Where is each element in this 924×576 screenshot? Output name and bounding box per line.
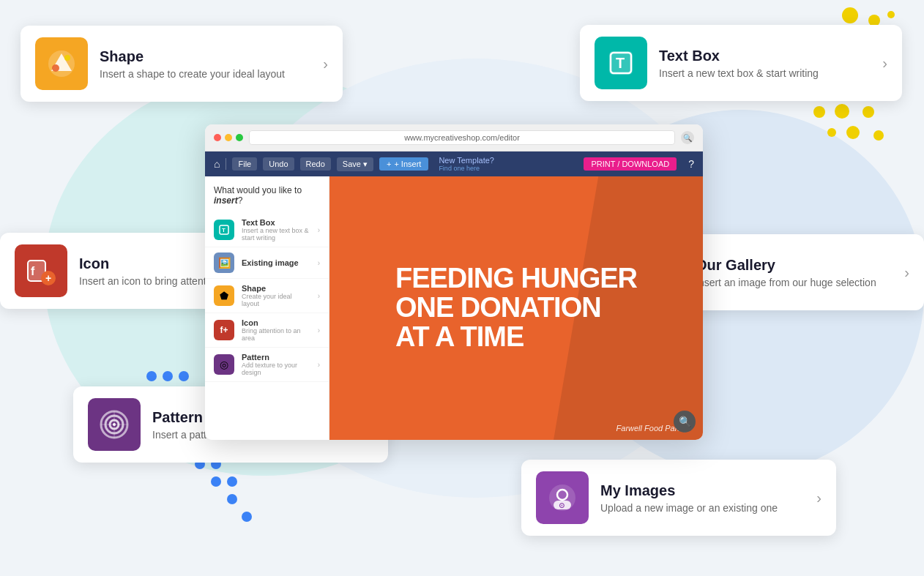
file-button[interactable]: File (232, 157, 257, 171)
sidebar-icon-text: Icon Bring attention to an area (242, 318, 310, 342)
svg-text:+: + (45, 272, 51, 284)
help-icon[interactable]: ? (688, 158, 694, 170)
find-one-link[interactable]: Find one here (439, 165, 494, 172)
banner-line1: FEEDING HUNGER (395, 264, 637, 293)
sidebar-item-icon[interactable]: f+ Icon Bring attention to an area › (205, 313, 329, 348)
home-icon[interactable]: ⌂ (214, 158, 220, 170)
textbox-card-arrow: › (882, 55, 887, 72)
gallery-card-desc: Insert an image from our huge selection (696, 277, 893, 288)
svg-text:T: T (222, 227, 226, 233)
sidebar-pattern-arrow: › (318, 361, 320, 369)
sidebar-image-text: Existing image (242, 258, 310, 267)
save-button[interactable]: Save ▾ (337, 157, 373, 171)
browser-bar: www.mycreativeshop.com/editor 🔍 (205, 124, 703, 152)
svg-point-5 (64, 55, 70, 61)
textbox-card-icon: T (595, 37, 647, 89)
browser-minimize-dot (225, 134, 232, 141)
banner-line2: ONE DONATION (395, 293, 637, 323)
textbox-card-content: Text Box Insert a new text box & start w… (659, 48, 871, 79)
svg-text:T: T (616, 55, 625, 71)
sidebar-textbox-text: Text Box Insert a new text box & start w… (242, 218, 310, 242)
insert-plus: + (387, 160, 391, 168)
sidebar-item-image[interactable]: 🖼️ Existing image › (205, 247, 329, 279)
svg-text:⊙: ⊙ (559, 501, 565, 509)
insert-label: + Insert (394, 160, 421, 168)
shape-card[interactable]: Shape Insert a shape to create your idea… (21, 26, 343, 102)
svg-point-4 (52, 64, 59, 72)
shape-card-icon (35, 37, 88, 90)
editor-insert-sidebar: What would you like to insert? T Text Bo… (205, 176, 329, 440)
sidebar-question: What would you like to insert? (205, 185, 329, 213)
browser-url-bar[interactable]: www.mycreativeshop.com/editor (249, 130, 675, 145)
icon-card-icon: f + (15, 244, 67, 297)
myimages-card-arrow: › (816, 490, 821, 506)
banner-main-text: FEEDING HUNGER ONE DONATION AT A TIME (381, 250, 652, 367)
pattern-card-icon (88, 398, 141, 451)
redo-button[interactable]: Redo (300, 157, 331, 171)
sidebar-textbox-arrow: › (318, 226, 320, 234)
gallery-card-title: Our Gallery (696, 257, 893, 274)
new-template-label: New Template? (439, 156, 494, 165)
editor-content-area: What would you like to insert? T Text Bo… (205, 176, 703, 440)
browser-traffic-lights (214, 134, 243, 141)
sidebar-icon-arrow: › (318, 326, 320, 334)
myimages-card-desc: Upload a new image or an existing one (600, 502, 805, 514)
shape-card-content: Shape Insert a shape to create your idea… (100, 48, 311, 80)
browser-search-icon: 🔍 (681, 131, 694, 144)
zoom-button[interactable]: 🔍 (674, 411, 696, 433)
sidebar-shape-arrow: › (318, 292, 320, 300)
sidebar-pattern-icon: ◎ (214, 354, 234, 375)
browser-mockup: www.mycreativeshop.com/editor 🔍 ⌂ File U… (205, 124, 703, 440)
sidebar-image-arrow: › (318, 259, 320, 267)
myimages-card-content: My Images Upload a new image or an exist… (600, 482, 805, 514)
sidebar-item-pattern[interactable]: ◎ Pattern Add texture to your design › (205, 348, 329, 382)
gallery-card-arrow: › (904, 264, 909, 281)
textbox-card[interactable]: T Text Box Insert a new text box & start… (580, 25, 902, 101)
svg-text:f: f (31, 265, 35, 277)
shape-card-arrow: › (323, 56, 328, 72)
sidebar-shape-icon: ⬟ (214, 285, 234, 306)
sidebar-shape-text: Shape Create your ideal layout (242, 284, 310, 307)
gallery-card-content: Our Gallery Insert an image from our hug… (696, 257, 893, 288)
print-download-button[interactable]: PRINT / DOWNLOAD (584, 157, 677, 171)
shape-card-desc: Insert a shape to create your ideal layo… (100, 68, 311, 80)
toolbar-separator (226, 158, 226, 170)
sidebar-image-icon: 🖼️ (214, 253, 234, 273)
textbox-card-title: Text Box (659, 48, 871, 64)
undo-button[interactable]: Undo (263, 157, 294, 171)
shape-card-title: Shape (100, 48, 311, 65)
sidebar-item-textbox[interactable]: T Text Box Insert a new text box & start… (205, 213, 329, 247)
new-template-area: New Template? Find one here (439, 156, 494, 172)
browser-close-dot (214, 134, 221, 141)
myimages-card[interactable]: ⊙ My Images Upload a new image or an exi… (521, 460, 836, 536)
myimages-card-title: My Images (600, 482, 805, 499)
browser-maximize-dot (236, 134, 243, 141)
editor-banner-preview: FEEDING HUNGER ONE DONATION AT A TIME Fa… (329, 176, 703, 440)
textbox-card-desc: Insert a new text box & start writing (659, 67, 871, 79)
sidebar-item-shape[interactable]: ⬟ Shape Create your ideal layout › (205, 279, 329, 313)
myimages-card-icon: ⊙ (536, 471, 589, 524)
sidebar-pattern-text: Pattern Add texture to your design (242, 353, 310, 376)
insert-button[interactable]: + + Insert (379, 157, 428, 171)
sidebar-icon-icon: f+ (214, 320, 234, 340)
editor-toolbar: ⌂ File Undo Redo Save ▾ + + Insert New T… (205, 152, 703, 176)
banner-line3: AT A TIME (395, 323, 637, 352)
sidebar-textbox-icon: T (214, 220, 234, 240)
